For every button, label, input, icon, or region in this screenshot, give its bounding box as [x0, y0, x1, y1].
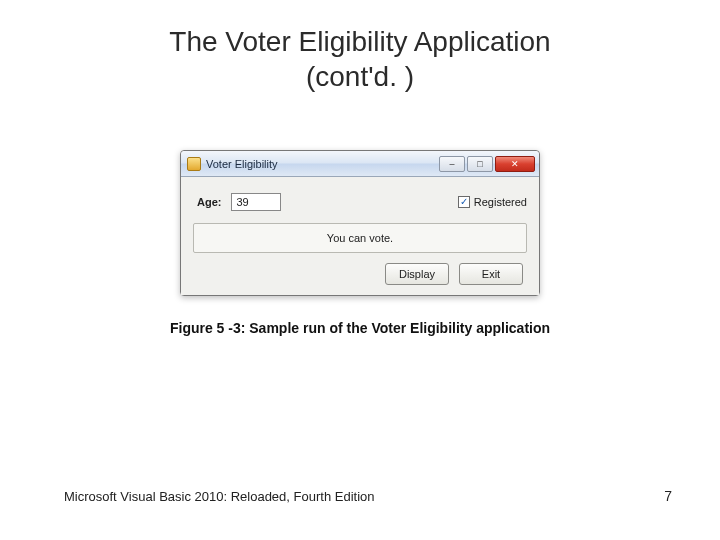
display-button-label: Display — [399, 268, 435, 280]
message-text: You can vote. — [327, 232, 393, 244]
footer-text: Microsoft Visual Basic 2010: Reloaded, F… — [64, 489, 374, 504]
age-input[interactable] — [231, 193, 281, 211]
checkbox-icon: ✓ — [458, 196, 470, 208]
display-button[interactable]: Display — [385, 263, 449, 285]
title-line-2: (cont'd. ) — [306, 61, 414, 92]
registered-checkbox[interactable]: ✓ Registered — [458, 196, 527, 208]
app-window: Voter Eligibility – □ ✕ Age: ✓ Registere… — [180, 150, 540, 296]
minimize-icon: – — [449, 159, 454, 169]
app-icon — [187, 157, 201, 171]
window-title: Voter Eligibility — [206, 158, 278, 170]
maximize-button[interactable]: □ — [467, 156, 493, 172]
exit-button-label: Exit — [482, 268, 500, 280]
page-number: 7 — [664, 488, 672, 504]
slide-title: The Voter Eligibility Application (cont'… — [0, 24, 720, 94]
input-row: Age: ✓ Registered — [197, 193, 527, 211]
client-area: Age: ✓ Registered You can vote. Display — [181, 177, 539, 295]
button-row: Display Exit — [193, 263, 527, 285]
title-line-1: The Voter Eligibility Application — [169, 26, 550, 57]
slide: The Voter Eligibility Application (cont'… — [0, 0, 720, 540]
close-button[interactable]: ✕ — [495, 156, 535, 172]
titlebar-left: Voter Eligibility — [187, 157, 278, 171]
exit-button[interactable]: Exit — [459, 263, 523, 285]
message-frame: You can vote. — [193, 223, 527, 253]
close-icon: ✕ — [511, 159, 519, 169]
figure-caption: Figure 5 -3: Sample run of the Voter Eli… — [170, 320, 550, 336]
minimize-button[interactable]: – — [439, 156, 465, 172]
titlebar: Voter Eligibility – □ ✕ — [181, 151, 539, 177]
age-label: Age: — [197, 196, 221, 208]
window-buttons: – □ ✕ — [437, 156, 535, 172]
maximize-icon: □ — [477, 159, 482, 169]
registered-label: Registered — [474, 196, 527, 208]
figure: Voter Eligibility – □ ✕ Age: ✓ Registere… — [0, 150, 720, 336]
